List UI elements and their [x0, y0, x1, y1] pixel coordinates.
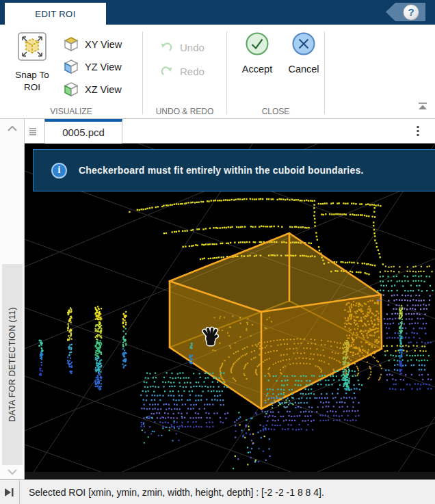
view-button-xz[interactable]: XZ View: [63, 78, 122, 101]
view-buttons: XY View YZ View XZ View: [63, 33, 122, 101]
skip-to-end-icon[interactable]: [3, 486, 15, 499]
cube-icon: [63, 81, 79, 97]
app-window: EDIT ROI ?: [0, 0, 435, 504]
accept-icon: [245, 31, 269, 56]
info-icon: i: [51, 163, 67, 178]
kebab-menu-icon[interactable]: [416, 125, 420, 137]
chevron-down-icon[interactable]: [7, 468, 18, 475]
group-close: Accept Cancel CLOSE: [227, 25, 324, 118]
pointcloud-svg[interactable]: [25, 144, 435, 472]
view-button-xy[interactable]: XY View: [63, 33, 122, 55]
section-label-undo-redo: UNDO & REDO: [143, 107, 226, 116]
toolstrip-header: EDIT ROI ?: [0, 0, 435, 25]
status-divider: [19, 480, 20, 504]
group-visualize: Snap To ROI XY View YZ View XZ View VISU…: [0, 25, 142, 118]
main-region: DATA FOR DETECTION (11) 0005.pcd i Check…: [0, 119, 435, 479]
status-text: Selected ROI [xmin, ymin, zmin, width, h…: [29, 487, 324, 498]
left-panel-rail: DATA FOR DETECTION (11): [0, 119, 25, 479]
undo-label: Undo: [180, 42, 205, 53]
collapse-ribbon-icon: [417, 102, 428, 110]
content-panel: 0005.pcd i Checkerboard must fit entirel…: [25, 119, 435, 479]
redo-icon: [159, 64, 174, 79]
snap-to-roi-button[interactable]: Snap To ROI: [4, 31, 60, 94]
chevron-up-icon[interactable]: [7, 125, 18, 132]
snap-to-roi-icon: [17, 31, 47, 62]
collapse-ribbon-button[interactable]: [417, 101, 428, 113]
document-tab-active[interactable]: 0005.pcd: [44, 119, 122, 144]
point-cloud-viewport[interactable]: i Checkerboard must fit entirely within …: [25, 144, 435, 479]
accept-button[interactable]: Accept: [235, 31, 279, 75]
ribbon-divider: [324, 31, 325, 114]
sidebar-tab-data-for-detection[interactable]: DATA FOR DETECTION (11): [2, 264, 23, 465]
view-button-yz[interactable]: YZ View: [63, 55, 122, 78]
cancel-icon: [291, 31, 316, 56]
sidebar-tab-label: DATA FOR DETECTION (11): [8, 307, 17, 422]
accept-label: Accept: [235, 64, 279, 75]
ribbon: Snap To ROI XY View YZ View XZ View VISU…: [0, 25, 435, 119]
banner-text: Checkerboard must fit entirely within th…: [79, 165, 364, 176]
snap-label-line1: Snap To: [4, 69, 60, 81]
status-bar: Selected ROI [xmin, ymin, zmin, width, h…: [0, 479, 435, 504]
cube-icon: [63, 59, 79, 75]
undo-button[interactable]: Undo: [159, 38, 205, 56]
list-icon[interactable]: [28, 127, 38, 136]
group-undo-redo: Undo Redo UNDO & REDO: [143, 25, 226, 118]
section-label-close: CLOSE: [227, 107, 324, 116]
info-banner: i Checkerboard must fit entirely within …: [33, 149, 435, 191]
section-label-visualize: VISUALIZE: [0, 107, 142, 116]
view-button-label: XY View: [85, 39, 122, 50]
tab-edit-roi[interactable]: EDIT ROI: [5, 3, 106, 25]
help-button[interactable]: ?: [386, 3, 425, 21]
cube-icon: [63, 36, 79, 52]
view-button-label: XZ View: [85, 84, 122, 95]
help-icon: ?: [403, 4, 419, 21]
redo-button[interactable]: Redo: [159, 62, 205, 80]
view-button-label: YZ View: [85, 62, 122, 72]
undo-icon: [159, 40, 174, 55]
cancel-label: Cancel: [282, 64, 326, 75]
redo-label: Redo: [180, 66, 205, 77]
snap-label-line2: ROI: [4, 81, 60, 94]
document-tabbar: 0005.pcd: [25, 119, 435, 144]
cancel-button[interactable]: Cancel: [282, 31, 326, 75]
